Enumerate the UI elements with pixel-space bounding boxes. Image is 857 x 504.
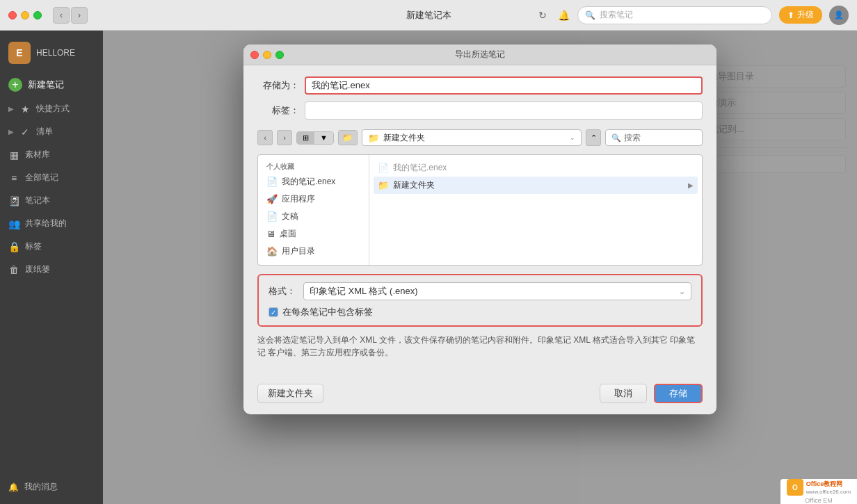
- browser-back-button[interactable]: ‹: [257, 130, 273, 145]
- grid-view-button[interactable]: ⊞: [297, 132, 314, 144]
- sidebar-item-label: 笔记本: [25, 195, 50, 206]
- expand-arrow-icon: ▶: [8, 105, 14, 113]
- save-as-row: 存储为：: [257, 76, 703, 95]
- format-dropdown[interactable]: 印象笔记 XML 格式 (.enex) ⌄: [303, 282, 691, 300]
- window-controls: [8, 11, 42, 19]
- watermark-label: Office EM: [805, 497, 832, 504]
- location-bar: 📁 新建文件夹 ⌄: [362, 129, 582, 146]
- file-item-folder[interactable]: 📁 新建文件夹 ▶: [374, 177, 698, 194]
- sidebar-file-label: 我的笔记.enex: [282, 176, 335, 188]
- sidebar-home-item[interactable]: 🏠 用户目录: [261, 243, 366, 260]
- tags-input[interactable]: [305, 101, 703, 120]
- sidebar-apps-label: 应用程序: [282, 193, 315, 205]
- upgrade-button[interactable]: ⬆ 升级: [779, 6, 822, 24]
- format-value: 印象笔记 XML 格式 (.enex): [310, 285, 418, 298]
- forward-button[interactable]: ›: [71, 7, 88, 24]
- checklist-icon: ✓: [19, 127, 31, 138]
- user-avatar[interactable]: 👤: [829, 6, 849, 25]
- maximize-button[interactable]: [33, 11, 42, 19]
- trash-icon: 🗑: [8, 264, 19, 275]
- sidebar-apps-item[interactable]: 🚀 应用程序: [261, 190, 366, 208]
- messages-label: 我的消息: [24, 481, 58, 493]
- app-logo-icon: E: [8, 42, 31, 64]
- new-folder-button[interactable]: 新建文件夹: [257, 384, 323, 403]
- messages-icon: 🔔: [8, 482, 19, 492]
- tags-row: 标签：: [257, 101, 703, 120]
- sidebar-section-label: 个人收藏: [261, 161, 366, 173]
- cancel-button[interactable]: 取消: [600, 384, 647, 403]
- nav-arrows: ‹ ›: [53, 7, 88, 24]
- sidebar-bottom[interactable]: 🔔 我的消息: [0, 475, 103, 498]
- folder-icon: 📁: [368, 133, 379, 143]
- list-view-button[interactable]: ▼: [314, 132, 333, 144]
- sidebar-item-tags[interactable]: 🔒 标签: [0, 235, 103, 258]
- materials-icon: ▦: [8, 149, 19, 161]
- search-placeholder: 搜索笔记: [600, 9, 633, 21]
- sidebar-item-materials[interactable]: ▦ 素材库: [0, 143, 103, 166]
- description-text: 这会将选定笔记导入到单个 XML 文件，该文件保存确切的笔记内容和附件。印象笔记…: [257, 334, 703, 359]
- app-body: E HELLORE + 新建笔记 ▶ ★ 快捷方式 ▶ ✓ 清单 ▦ 素材库: [0, 31, 857, 504]
- sidebar-item-label: 快捷方式: [36, 103, 70, 115]
- folder-button[interactable]: 📁: [338, 130, 358, 145]
- file-item-enex[interactable]: 📄 我的笔记.enex: [374, 159, 698, 177]
- format-section: 格式： 印象笔记 XML 格式 (.enex) ⌄ ✓ 在每条笔记中包含标签: [257, 274, 703, 327]
- dialog-body: 存储为： 标签： ‹ › ⊞: [243, 65, 716, 377]
- main-content: 创建思维导图目录 开始演示 移动笔记到... 单击以添加标签: [103, 31, 857, 504]
- sidebar-home-label: 用户目录: [282, 245, 315, 257]
- refresh-icon[interactable]: ↻: [536, 8, 550, 22]
- bell-icon[interactable]: 🔔: [556, 8, 570, 22]
- export-dialog: 导出所选笔记 存储为： 标签：: [243, 44, 716, 414]
- close-button[interactable]: [8, 11, 17, 19]
- sidebar-desktop-label: 桌面: [280, 228, 296, 240]
- sidebar-item-trash[interactable]: 🗑 废纸篓: [0, 258, 103, 281]
- sidebar-docs-label: 文稿: [282, 211, 298, 222]
- file-search-icon: 🔍: [611, 133, 621, 143]
- save-as-input[interactable]: [305, 76, 703, 95]
- sidebar-item-label: 共享给我的: [25, 218, 67, 229]
- back-button[interactable]: ‹: [53, 7, 70, 24]
- app-window: ‹ › 新建笔记本 ↻ 🔔 🔍 搜索笔记 ⬆ 升级 👤 E HELLO: [0, 0, 857, 504]
- sidebar-item-label: 素材库: [25, 149, 50, 161]
- file-icon: 📄: [266, 177, 278, 187]
- expand-button[interactable]: ⌃: [586, 129, 601, 146]
- format-label: 格式：: [269, 285, 296, 298]
- sidebar-item-notebooks[interactable]: 📓 笔记本: [0, 189, 103, 212]
- dialog-minimize-button[interactable]: [263, 51, 271, 59]
- desktop-icon: 🖥: [266, 229, 275, 239]
- sidebar-file-item[interactable]: 📄 我的笔记.enex: [261, 173, 366, 190]
- sidebar-item-checklist[interactable]: ▶ ✓ 清单: [0, 120, 103, 143]
- sidebar-item-shared[interactable]: 👥 共享给我的: [0, 212, 103, 235]
- view-selector: ⊞ ▼: [296, 131, 334, 145]
- avatar-icon: 👤: [834, 10, 844, 19]
- minimize-button[interactable]: [21, 11, 29, 19]
- folder-item-icon: 📁: [378, 180, 389, 190]
- folder-item-name: 新建文件夹: [393, 179, 435, 191]
- file-list: 📄 我的笔记.enex 📁 新建文件夹 ▶: [369, 155, 702, 265]
- save-button[interactable]: 存储: [654, 384, 703, 403]
- file-search-bar[interactable]: 🔍: [605, 129, 703, 146]
- sidebar-item-all-notes[interactable]: ≡ 全部笔记: [0, 166, 103, 189]
- search-icon: 🔍: [585, 10, 595, 20]
- sidebar: E HELLORE + 新建笔记 ▶ ★ 快捷方式 ▶ ✓ 清单 ▦ 素材库: [0, 31, 103, 504]
- format-row: 格式： 印象笔记 XML 格式 (.enex) ⌄: [269, 282, 691, 300]
- shortcuts-icon: ★: [19, 104, 31, 115]
- dialog-window-controls: [250, 51, 284, 59]
- search-bar[interactable]: 🔍 搜索笔记: [577, 6, 772, 24]
- dialog-close-button[interactable]: [250, 51, 259, 59]
- sidebar-item-shortcuts[interactable]: ▶ ★ 快捷方式: [0, 97, 103, 120]
- watermark: O Office教程网 www.office26.com Office EM: [780, 479, 857, 504]
- app-logo-text: HELLORE: [36, 48, 75, 58]
- modal-overlay: 导出所选笔记 存储为： 标签：: [103, 31, 857, 504]
- include-tags-checkbox[interactable]: ✓: [269, 307, 278, 317]
- browser-forward-button[interactable]: ›: [277, 130, 292, 145]
- new-note-button[interactable]: + 新建笔记: [0, 72, 103, 97]
- dropdown-arrow-icon: ⌄: [679, 287, 685, 296]
- dialog-maximize-button[interactable]: [275, 51, 284, 59]
- file-search-input[interactable]: [624, 133, 694, 143]
- location-arrow-down: ⌄: [570, 134, 575, 141]
- sidebar-desktop-item[interactable]: 🖥 桌面: [261, 225, 366, 243]
- dialog-title: 导出所选笔记: [455, 49, 505, 60]
- sidebar-docs-item[interactable]: 📄 文稿: [261, 208, 366, 225]
- footer-buttons: 取消 存储: [600, 384, 703, 403]
- browser-sidebar: 个人收藏 📄 我的笔记.enex 🚀 应用程序: [258, 155, 369, 265]
